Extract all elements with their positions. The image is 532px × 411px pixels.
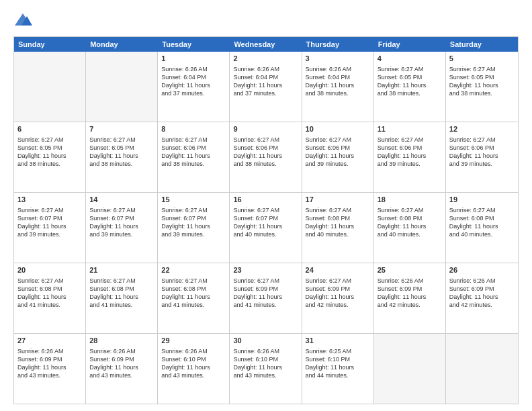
cell-line: and 42 minutes. <box>306 301 370 309</box>
calendar-cell: 26Sunrise: 6:26 AMSunset: 6:09 PMDayligh… <box>446 263 518 333</box>
cell-line: Daylight: 11 hours <box>89 222 154 230</box>
calendar-cell <box>86 52 158 122</box>
cell-line: Sunrise: 6:27 AM <box>306 206 370 214</box>
cell-line: Sunrise: 6:27 AM <box>89 206 154 214</box>
calendar-cell: 17Sunrise: 6:27 AMSunset: 6:08 PMDayligh… <box>302 193 374 263</box>
cell-line: Sunset: 6:09 PM <box>89 355 154 363</box>
cell-line: and 43 minutes. <box>161 371 226 379</box>
cell-line: Sunset: 6:08 PM <box>161 285 226 293</box>
cell-line: Daylight: 11 hours <box>449 81 515 89</box>
cell-line: Daylight: 11 hours <box>306 363 370 371</box>
cell-line: Sunrise: 6:27 AM <box>17 206 82 214</box>
cell-line: Sunset: 6:09 PM <box>233 285 298 293</box>
day-number: 8 <box>161 124 226 134</box>
day-number: 16 <box>233 195 298 205</box>
cell-line: Daylight: 11 hours <box>233 81 298 89</box>
cell-line: Sunrise: 6:27 AM <box>449 65 515 73</box>
cell-line: Sunset: 6:08 PM <box>306 214 370 222</box>
cell-line: and 40 minutes. <box>233 230 298 238</box>
cell-line: Daylight: 11 hours <box>449 222 515 230</box>
day-number: 20 <box>17 265 82 275</box>
cell-line: Sunset: 6:09 PM <box>306 285 370 293</box>
cell-line: and 41 minutes. <box>161 301 226 309</box>
cell-line: and 44 minutes. <box>306 371 370 379</box>
calendar-cell: 14Sunrise: 6:27 AMSunset: 6:07 PMDayligh… <box>86 193 158 263</box>
calendar-cell: 24Sunrise: 6:27 AMSunset: 6:09 PMDayligh… <box>302 263 374 333</box>
day-number: 25 <box>378 265 442 275</box>
calendar-row: 13Sunrise: 6:27 AMSunset: 6:07 PMDayligh… <box>14 193 518 263</box>
header-cell-saturday: Saturday <box>446 37 518 52</box>
cell-line: Daylight: 11 hours <box>449 293 515 301</box>
cell-line: Sunset: 6:06 PM <box>306 144 370 152</box>
cell-line: Sunrise: 6:26 AM <box>89 347 154 355</box>
calendar-cell: 25Sunrise: 6:26 AMSunset: 6:09 PMDayligh… <box>374 263 446 333</box>
cell-line: and 41 minutes. <box>89 301 154 309</box>
day-number: 23 <box>233 265 298 275</box>
day-number: 1 <box>161 54 226 64</box>
cell-line: Sunset: 6:06 PM <box>233 144 298 152</box>
cell-line: Daylight: 11 hours <box>233 363 298 371</box>
cell-line: Sunrise: 6:27 AM <box>306 277 370 285</box>
logo-icon <box>13 11 32 30</box>
cell-line: Daylight: 11 hours <box>306 222 370 230</box>
day-number: 4 <box>378 54 442 64</box>
cell-line: Sunset: 6:04 PM <box>161 73 226 81</box>
cell-line: Sunrise: 6:26 AM <box>233 347 298 355</box>
cell-line: Sunrise: 6:26 AM <box>306 65 370 73</box>
cell-line: Daylight: 11 hours <box>161 152 226 160</box>
cell-line: Sunset: 6:05 PM <box>17 144 82 152</box>
calendar-cell: 18Sunrise: 6:27 AMSunset: 6:08 PMDayligh… <box>374 193 446 263</box>
day-number: 11 <box>378 124 442 134</box>
cell-line: Sunset: 6:07 PM <box>17 214 82 222</box>
cell-line: Sunset: 6:08 PM <box>89 285 154 293</box>
cell-line: and 37 minutes. <box>233 89 298 97</box>
day-number: 15 <box>161 195 226 205</box>
cell-line: Daylight: 11 hours <box>161 222 226 230</box>
cell-line: and 39 minutes. <box>17 230 82 238</box>
cell-line: Sunset: 6:10 PM <box>161 355 226 363</box>
cell-line: and 42 minutes. <box>378 301 442 309</box>
cell-line: Daylight: 11 hours <box>306 81 370 89</box>
calendar-cell: 31Sunrise: 6:25 AMSunset: 6:10 PMDayligh… <box>302 334 374 404</box>
cell-line: Sunset: 6:06 PM <box>378 144 442 152</box>
cell-line: Daylight: 11 hours <box>17 222 82 230</box>
cell-line: Sunrise: 6:27 AM <box>233 136 298 144</box>
cell-line: Sunset: 6:10 PM <box>306 355 370 363</box>
cell-line: Daylight: 11 hours <box>17 293 82 301</box>
cell-line: and 40 minutes. <box>378 230 442 238</box>
cell-line: Sunset: 6:09 PM <box>449 285 515 293</box>
calendar-cell: 7Sunrise: 6:27 AMSunset: 6:05 PMDaylight… <box>86 122 158 192</box>
calendar-row: 20Sunrise: 6:27 AMSunset: 6:08 PMDayligh… <box>14 263 518 334</box>
day-number: 6 <box>17 124 82 134</box>
cell-line: and 38 minutes. <box>89 160 154 168</box>
header-cell-monday: Monday <box>86 37 158 52</box>
calendar-cell: 27Sunrise: 6:26 AMSunset: 6:09 PMDayligh… <box>14 334 86 404</box>
cell-line: Daylight: 11 hours <box>161 81 226 89</box>
cell-line: and 40 minutes. <box>449 230 515 238</box>
calendar-cell: 4Sunrise: 6:27 AMSunset: 6:05 PMDaylight… <box>374 52 446 122</box>
cell-line: Sunrise: 6:26 AM <box>17 347 82 355</box>
calendar-cell <box>14 52 86 122</box>
cell-line: Sunrise: 6:27 AM <box>17 277 82 285</box>
cell-line: Sunset: 6:09 PM <box>17 355 82 363</box>
cell-line: Sunrise: 6:26 AM <box>233 65 298 73</box>
cell-line: Daylight: 11 hours <box>378 222 442 230</box>
cell-line: and 39 minutes. <box>89 230 154 238</box>
cell-line: Sunset: 6:06 PM <box>449 144 515 152</box>
cell-line: Daylight: 11 hours <box>89 293 154 301</box>
cell-line: and 42 minutes. <box>449 301 515 309</box>
cell-line: and 37 minutes. <box>161 89 226 97</box>
cell-line: Sunset: 6:08 PM <box>449 214 515 222</box>
day-number: 30 <box>233 336 298 346</box>
cell-line: and 39 minutes. <box>378 160 442 168</box>
calendar: SundayMondayTuesdayWednesdayThursdayFrid… <box>13 36 519 404</box>
header-cell-wednesday: Wednesday <box>230 37 302 52</box>
cell-line: Sunrise: 6:26 AM <box>161 347 226 355</box>
cell-line: and 39 minutes. <box>161 230 226 238</box>
calendar-cell: 22Sunrise: 6:27 AMSunset: 6:08 PMDayligh… <box>158 263 230 333</box>
calendar-cell: 20Sunrise: 6:27 AMSunset: 6:08 PMDayligh… <box>14 263 86 333</box>
calendar-row: 6Sunrise: 6:27 AMSunset: 6:05 PMDaylight… <box>14 122 518 193</box>
calendar-cell: 19Sunrise: 6:27 AMSunset: 6:08 PMDayligh… <box>446 193 518 263</box>
cell-line: Sunset: 6:05 PM <box>449 73 515 81</box>
day-number: 22 <box>161 265 226 275</box>
